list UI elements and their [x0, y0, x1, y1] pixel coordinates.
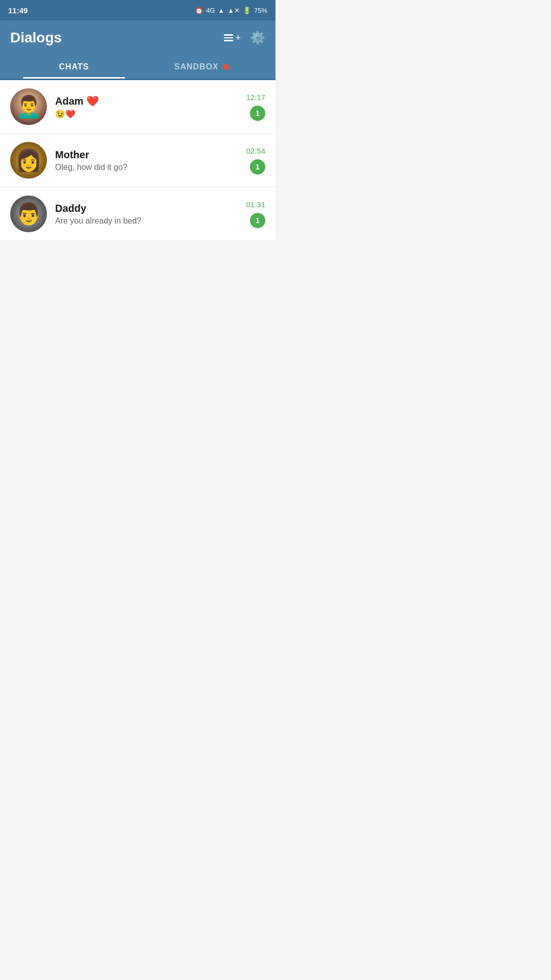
chat-content-daddy: Daddy Are you already in bed?	[55, 203, 238, 226]
chat-meta-adam: 12:17 1	[246, 93, 265, 121]
compose-button[interactable]: +	[224, 33, 241, 42]
header: Dialogs + ⚙️ CHATS SANDBOX	[0, 20, 276, 79]
status-time: 11:49	[8, 6, 28, 15]
unread-badge-daddy: 1	[250, 213, 265, 228]
alarm-icon: ⏰	[195, 7, 203, 14]
status-bar: 11:49 ⏰ 4G ▲ ▲✕ 🔋 75%	[0, 0, 276, 20]
chat-item-daddy[interactable]: Daddy Are you already in bed? 01:31 1	[0, 187, 276, 241]
chat-preview-adam: 😉❤️	[55, 109, 238, 119]
chat-content-mother: Mother Oleg, how did it go?	[55, 149, 238, 172]
chat-item-mother[interactable]: Mother Oleg, how did it go? 02:54 1	[0, 134, 276, 187]
tabs-container: CHATS SANDBOX	[10, 55, 265, 79]
avatar-mother	[10, 142, 47, 179]
header-actions: + ⚙️	[224, 31, 265, 45]
settings-button[interactable]: ⚙️	[250, 31, 265, 45]
tab-chats[interactable]: CHATS	[10, 55, 138, 79]
status-icons: ⏰ 4G ▲ ▲✕ 🔋 75%	[195, 7, 267, 14]
chat-time-daddy: 01:31	[246, 200, 265, 209]
chat-item-adam[interactable]: Adam ❤️ 😉❤️ 12:17 1	[0, 80, 276, 134]
chat-name-daddy: Daddy	[55, 203, 238, 214]
battery-icon: 🔋	[243, 7, 251, 14]
chat-list: Adam ❤️ 😉❤️ 12:17 1 Mother Oleg, how did…	[0, 80, 276, 241]
unread-badge-mother: 1	[250, 159, 265, 175]
page-title: Dialogs	[10, 30, 62, 46]
header-top: Dialogs + ⚙️	[10, 30, 265, 55]
chat-preview-mother: Oleg, how did it go?	[55, 163, 238, 172]
chat-preview-daddy: Are you already in bed?	[55, 216, 238, 226]
chat-time-mother: 02:54	[246, 146, 265, 155]
chat-content-adam: Adam ❤️ 😉❤️	[55, 95, 238, 119]
signal-x-icon: ▲✕	[228, 7, 240, 14]
chat-name-mother: Mother	[55, 149, 238, 161]
chat-name-adam: Adam ❤️	[55, 95, 238, 107]
battery-percent: 75%	[254, 7, 267, 14]
sandbox-notification-dot	[223, 64, 229, 70]
chat-meta-mother: 02:54 1	[246, 146, 265, 175]
chat-time-adam: 12:17	[246, 93, 265, 102]
avatar-daddy	[10, 195, 47, 232]
signal-icon: ▲	[218, 7, 224, 14]
unread-badge-adam: 1	[250, 106, 265, 121]
network-label: 4G	[206, 7, 215, 14]
avatar-adam	[10, 88, 47, 125]
chat-meta-daddy: 01:31 1	[246, 200, 265, 228]
tab-sandbox[interactable]: SANDBOX	[138, 55, 265, 79]
